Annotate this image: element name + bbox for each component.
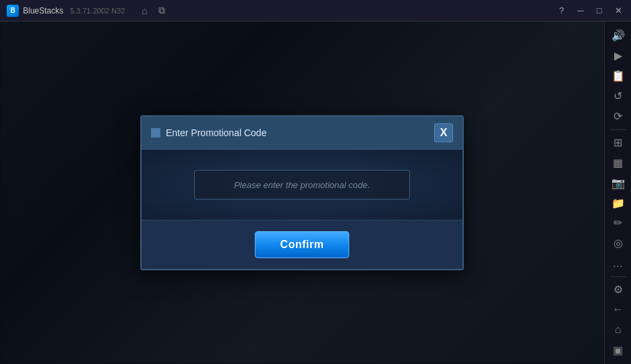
- close-button[interactable]: ✕: [609, 3, 627, 18]
- camera-sidebar-icon[interactable]: 📷: [607, 174, 629, 191]
- volume-sidebar-icon[interactable]: 🔊: [607, 27, 629, 44]
- app-logo: B BlueStacks 5.3.71.2002 N32: [0, 5, 131, 17]
- content-area: Enter Promotional Code X Confirm: [0, 22, 604, 364]
- bookmarks-sidebar-icon[interactable]: 📋: [607, 67, 629, 85]
- titlebar-nav: ⌂ ⧉: [137, 3, 169, 18]
- edit-sidebar-icon[interactable]: ✏: [607, 214, 629, 232]
- dialog-header: Enter Promotional Code X: [142, 117, 462, 150]
- more-sidebar-icon[interactable]: …: [607, 255, 629, 272]
- right-sidebar: 🔊 ▶ 📋 ↺ ⟳ ⊞ ▦ 📷 📁 ✏ ◎ … ⚙ ← ⌂ ▣: [604, 22, 631, 364]
- minimize-button[interactable]: ─: [572, 3, 589, 18]
- grid-sidebar-icon[interactable]: ▦: [607, 154, 629, 171]
- app-version: 5.3.71.2002 N32: [70, 7, 125, 15]
- settings-sidebar-icon[interactable]: ⚙: [607, 281, 629, 299]
- dialog-title: Enter Promotional Code: [166, 127, 266, 138]
- bluestacks-icon: B: [7, 5, 19, 17]
- sidebar-divider-2: [610, 276, 626, 277]
- stack-sidebar-icon[interactable]: ⊞: [607, 133, 629, 151]
- maximize-button[interactable]: □: [591, 3, 608, 18]
- dialog-title-group: Enter Promotional Code: [151, 127, 266, 138]
- location-sidebar-icon[interactable]: ◎: [607, 235, 629, 252]
- refresh-sidebar-icon[interactable]: ↺: [607, 88, 629, 105]
- app-title: BlueStacks: [23, 6, 63, 16]
- back-sidebar-icon[interactable]: ←: [607, 301, 629, 318]
- sidebar-divider-1: [610, 129, 626, 130]
- dialog-footer: Confirm: [142, 220, 462, 269]
- home-nav-button[interactable]: ⌂: [137, 3, 152, 18]
- dialog-close-button[interactable]: X: [434, 123, 453, 142]
- modal-overlay: Enter Promotional Code X Confirm: [0, 22, 604, 364]
- recent-sidebar-icon[interactable]: ▣: [607, 341, 629, 359]
- folder-sidebar-icon[interactable]: 📁: [607, 194, 629, 212]
- home-sidebar-icon[interactable]: ⌂: [607, 321, 629, 338]
- help-button[interactable]: ?: [553, 3, 570, 18]
- dialog-header-icon: [151, 128, 160, 138]
- dialog-body: [142, 150, 462, 220]
- titlebar: B BlueStacks 5.3.71.2002 N32 ⌂ ⧉ ? ─ □ ✕: [0, 0, 631, 22]
- confirm-button[interactable]: Confirm: [255, 231, 349, 258]
- window-controls: ? ─ □ ✕: [553, 3, 631, 18]
- promotional-code-input[interactable]: [194, 170, 410, 200]
- promotional-code-dialog: Enter Promotional Code X Confirm: [140, 115, 464, 270]
- copy-nav-button[interactable]: ⧉: [154, 3, 169, 18]
- video-sidebar-icon[interactable]: ▶: [607, 47, 629, 65]
- rotate-sidebar-icon[interactable]: ⟳: [607, 108, 629, 125]
